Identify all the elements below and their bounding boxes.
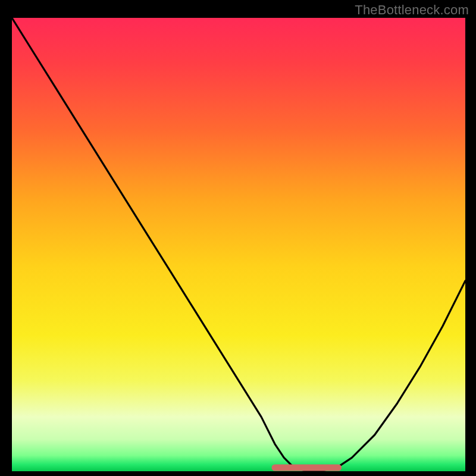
bottleneck-chart (12, 18, 465, 471)
watermark-text: TheBottleneck.com (355, 2, 469, 18)
chart-frame: TheBottleneck.com (0, 0, 476, 476)
